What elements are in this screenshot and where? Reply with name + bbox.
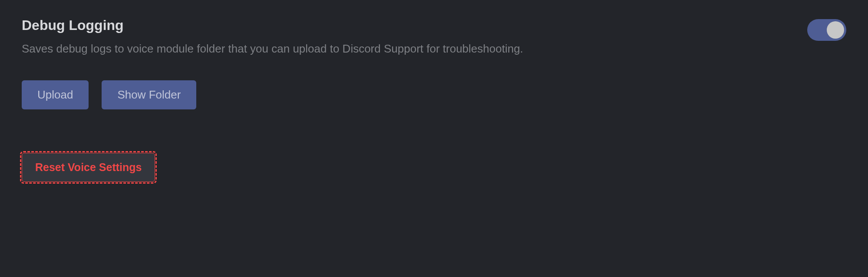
reset-voice-settings-button[interactable]: Reset Voice Settings xyxy=(22,153,155,182)
upload-button[interactable]: Upload xyxy=(22,80,89,109)
debug-logging-description: Saves debug logs to voice module folder … xyxy=(22,41,846,56)
debug-logging-toggle[interactable] xyxy=(807,19,846,41)
debug-button-row: Upload Show Folder xyxy=(22,80,846,109)
toggle-knob xyxy=(827,21,844,39)
debug-logging-title: Debug Logging xyxy=(22,17,124,33)
show-folder-button[interactable]: Show Folder xyxy=(102,80,196,109)
